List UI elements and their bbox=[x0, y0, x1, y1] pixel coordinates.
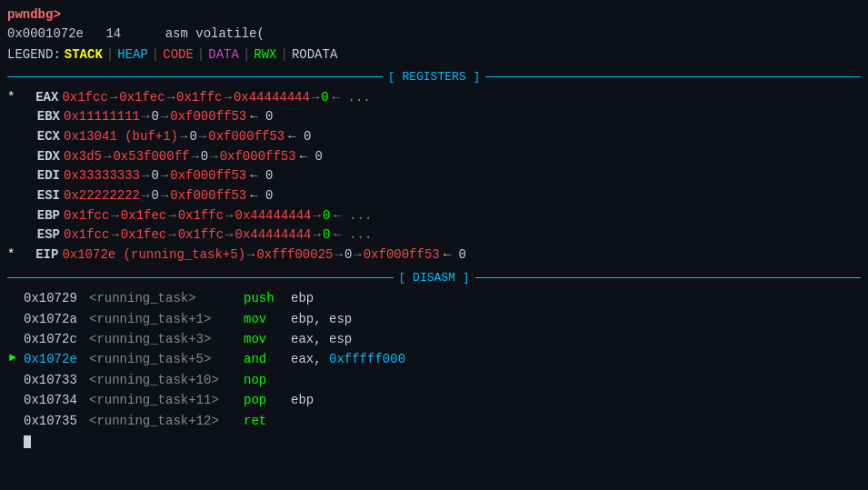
asm-volatile-line: 0x0001072e 14 asm volatile( bbox=[7, 25, 861, 44]
reg-row-esp: ESP 0x1fcc → 0x1fec → 0x1ffc → 0x4444444… bbox=[7, 225, 861, 245]
legend-rwx: RWX bbox=[254, 45, 276, 65]
legend-stack: STACK bbox=[65, 45, 103, 65]
legend-heap: HEAP bbox=[117, 45, 148, 65]
current-arrow-icon: ► bbox=[9, 349, 16, 368]
prompt-text: pwndbg> bbox=[7, 7, 61, 22]
registers-section: * EAX 0x1fcc → 0x1fec → 0x1ffc → 0x44444… bbox=[7, 88, 861, 265]
disasm-row-10734: 0x10734 <running_task+11> pop ebp bbox=[7, 390, 861, 410]
legend-data: DATA bbox=[208, 45, 239, 65]
reg-row-eip: * EIP 0x1072e (running_task+5) → 0xfff00… bbox=[7, 245, 861, 265]
disasm-row-1072e: ► 0x1072e <running_task+5> and eax, 0xff… bbox=[7, 349, 861, 369]
registers-label: [ REGISTERS ] bbox=[383, 68, 485, 86]
disasm-row-10729: 0x10729 <running_task> push ebp bbox=[7, 288, 861, 308]
disasm-row-1072a: 0x1072a <running_task+1> mov ebp, esp bbox=[7, 309, 861, 329]
reg-row-ebp: EBP 0x1fcc → 0x1fec → 0x1ffc → 0x4444444… bbox=[7, 206, 861, 226]
legend-rodata: RODATA bbox=[292, 45, 337, 65]
asm-addr: 0x0001072e bbox=[7, 26, 84, 41]
reg-row-ecx: ECX 0x13041 (buf+1) → 0 → 0xf000ff53 ← 0 bbox=[7, 127, 861, 147]
legend-label: LEGEND: bbox=[7, 45, 61, 65]
terminal: pwndbg> 0x0001072e 14 asm volatile( LEGE… bbox=[0, 0, 868, 457]
asm-text: asm volatile( bbox=[165, 26, 264, 41]
prompt-line: pwndbg> bbox=[7, 5, 861, 25]
disasm-label: [ DISASM ] bbox=[394, 269, 475, 287]
registers-header: [ REGISTERS ] bbox=[7, 68, 861, 86]
disasm-section: 0x10729 <running_task> push ebp 0x1072a … bbox=[7, 288, 861, 452]
disasm-row-1072c: 0x1072c <running_task+3> mov eax, esp bbox=[7, 329, 861, 349]
cursor-row bbox=[7, 433, 861, 452]
legend-code: CODE bbox=[163, 45, 194, 65]
legend-line: LEGEND: STACK | HEAP | CODE | DATA | RWX… bbox=[7, 45, 861, 65]
reg-row-esi: ESI 0x22222222 → 0 → 0xf000ff53 ← 0 bbox=[7, 186, 861, 206]
reg-row-ebx: EBX 0x11111111 → 0 → 0xf000ff53 ← 0 bbox=[7, 107, 861, 127]
asm-num: 14 bbox=[105, 26, 121, 41]
reg-row-eax: * EAX 0x1fcc → 0x1fec → 0x1ffc → 0x44444… bbox=[7, 88, 861, 108]
disasm-header: [ DISASM ] bbox=[7, 269, 861, 287]
terminal-cursor bbox=[24, 435, 31, 448]
reg-row-edx: EDX 0x3d5 → 0x53f000ff → 0 → 0xf000ff53 … bbox=[7, 147, 861, 167]
disasm-row-10735: 0x10735 <running_task+12> ret bbox=[7, 411, 861, 431]
disasm-row-10733: 0x10733 <running_task+10> nop bbox=[7, 370, 861, 390]
reg-row-edi: EDI 0x33333333 → 0 → 0xf000ff53 ← 0 bbox=[7, 166, 861, 186]
